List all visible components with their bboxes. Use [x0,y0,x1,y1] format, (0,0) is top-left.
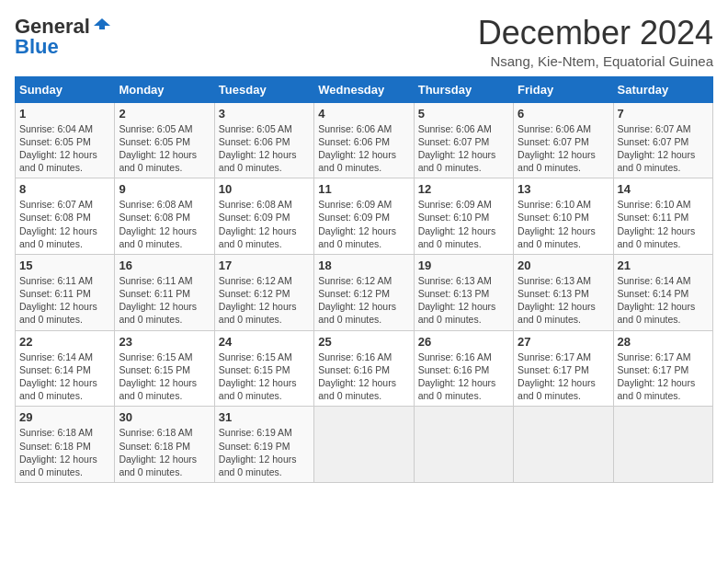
col-thursday: Thursday [414,76,513,102]
calendar-week-row: 8 Sunrise: 6:07 AMSunset: 6:08 PMDayligh… [16,178,713,255]
day-info: Sunrise: 6:06 AMSunset: 6:07 PMDaylight:… [418,122,509,175]
table-row: 7 Sunrise: 6:07 AMSunset: 6:07 PMDayligh… [613,102,712,178]
day-number: 11 [318,182,409,196]
day-info: Sunrise: 6:06 AMSunset: 6:07 PMDaylight:… [518,122,609,175]
day-number: 30 [119,410,210,424]
day-info: Sunrise: 6:07 AMSunset: 6:08 PMDaylight:… [19,198,110,250]
day-number: 9 [119,182,210,196]
calendar-week-row: 29 Sunrise: 6:18 AMSunset: 6:18 PMDaylig… [16,407,713,483]
col-sunday: Sunday [16,76,115,102]
logo: General Blue [15,15,112,59]
day-info: Sunrise: 6:15 AMSunset: 6:15 PMDaylight:… [119,350,210,403]
table-row: 3 Sunrise: 6:05 AMSunset: 6:06 PMDayligh… [214,102,313,178]
table-row: 10 Sunrise: 6:08 AMSunset: 6:09 PMDaylig… [214,178,313,255]
table-row: 4 Sunrise: 6:06 AMSunset: 6:06 PMDayligh… [314,102,414,178]
day-info: Sunrise: 6:19 AMSunset: 6:19 PMDaylight:… [219,426,310,478]
day-number: 6 [518,107,609,121]
table-row: 27 Sunrise: 6:17 AMSunset: 6:17 PMDaylig… [514,330,613,407]
day-info: Sunrise: 6:06 AMSunset: 6:06 PMDaylight:… [318,122,409,175]
day-info: Sunrise: 6:17 AMSunset: 6:17 PMDaylight:… [518,350,609,403]
day-info: Sunrise: 6:16 AMSunset: 6:16 PMDaylight:… [418,350,509,403]
table-row: 2 Sunrise: 6:05 AMSunset: 6:05 PMDayligh… [115,102,214,178]
day-info: Sunrise: 6:18 AMSunset: 6:18 PMDaylight:… [119,426,210,478]
day-info: Sunrise: 6:05 AMSunset: 6:06 PMDaylight:… [219,122,310,175]
day-info: Sunrise: 6:11 AMSunset: 6:11 PMDaylight:… [19,274,110,327]
day-number: 14 [618,182,709,196]
table-row: 15 Sunrise: 6:11 AMSunset: 6:11 PMDaylig… [16,254,115,330]
page-header: General Blue December 2024 Nsang, Kie-Nt… [15,15,713,69]
calendar-table: Sunday Monday Tuesday Wednesday Thursday… [15,76,713,483]
table-row [613,407,712,483]
month-title: December 2024 [478,15,713,52]
location: Nsang, Kie-Ntem, Equatorial Guinea [478,53,713,69]
table-row: 23 Sunrise: 6:15 AMSunset: 6:15 PMDaylig… [115,330,214,407]
day-info: Sunrise: 6:16 AMSunset: 6:16 PMDaylight:… [318,350,409,403]
table-row: 14 Sunrise: 6:10 AMSunset: 6:11 PMDaylig… [613,178,712,255]
col-saturday: Saturday [613,76,712,102]
day-info: Sunrise: 6:10 AMSunset: 6:10 PMDaylight:… [518,198,609,250]
calendar-week-row: 22 Sunrise: 6:14 AMSunset: 6:14 PMDaylig… [16,330,713,407]
day-number: 3 [219,107,310,121]
day-info: Sunrise: 6:14 AMSunset: 6:14 PMDaylight:… [618,274,709,327]
day-number: 4 [318,107,409,121]
day-number: 25 [318,335,409,349]
day-number: 29 [19,410,110,424]
table-row: 17 Sunrise: 6:12 AMSunset: 6:12 PMDaylig… [214,254,313,330]
col-wednesday: Wednesday [314,76,414,102]
day-number: 31 [219,410,310,424]
day-info: Sunrise: 6:08 AMSunset: 6:08 PMDaylight:… [119,198,210,250]
table-row: 6 Sunrise: 6:06 AMSunset: 6:07 PMDayligh… [514,102,613,178]
table-row: 26 Sunrise: 6:16 AMSunset: 6:16 PMDaylig… [414,330,513,407]
table-row: 28 Sunrise: 6:17 AMSunset: 6:17 PMDaylig… [613,330,712,407]
day-number: 21 [618,259,709,272]
day-number: 5 [418,107,509,121]
day-number: 23 [119,335,210,349]
day-info: Sunrise: 6:13 AMSunset: 6:13 PMDaylight:… [518,274,609,327]
day-number: 26 [418,335,509,349]
day-number: 20 [518,259,609,272]
day-number: 24 [219,335,310,349]
day-number: 17 [219,259,310,272]
day-number: 2 [119,107,210,121]
day-number: 13 [518,182,609,196]
svg-marker-0 [94,18,110,29]
logo-bird-icon [92,17,112,37]
day-info: Sunrise: 6:08 AMSunset: 6:09 PMDaylight:… [219,198,310,250]
table-row: 11 Sunrise: 6:09 AMSunset: 6:09 PMDaylig… [314,178,414,255]
calendar-week-row: 15 Sunrise: 6:11 AMSunset: 6:11 PMDaylig… [16,254,713,330]
day-info: Sunrise: 6:07 AMSunset: 6:07 PMDaylight:… [618,122,709,175]
col-monday: Monday [115,76,214,102]
table-row: 13 Sunrise: 6:10 AMSunset: 6:10 PMDaylig… [514,178,613,255]
table-row [314,407,414,483]
table-row: 5 Sunrise: 6:06 AMSunset: 6:07 PMDayligh… [414,102,513,178]
day-info: Sunrise: 6:15 AMSunset: 6:15 PMDaylight:… [219,350,310,403]
table-row: 18 Sunrise: 6:12 AMSunset: 6:12 PMDaylig… [314,254,414,330]
day-number: 7 [618,107,709,121]
day-info: Sunrise: 6:14 AMSunset: 6:14 PMDaylight:… [19,350,110,403]
table-row: 12 Sunrise: 6:09 AMSunset: 6:10 PMDaylig… [414,178,513,255]
day-info: Sunrise: 6:09 AMSunset: 6:10 PMDaylight:… [418,198,509,250]
table-row: 20 Sunrise: 6:13 AMSunset: 6:13 PMDaylig… [514,254,613,330]
col-tuesday: Tuesday [214,76,313,102]
table-row: 30 Sunrise: 6:18 AMSunset: 6:18 PMDaylig… [115,407,214,483]
calendar-week-row: 1 Sunrise: 6:04 AMSunset: 6:05 PMDayligh… [16,102,713,178]
logo-blue: Blue [15,35,59,59]
table-row: 8 Sunrise: 6:07 AMSunset: 6:08 PMDayligh… [16,178,115,255]
table-row: 19 Sunrise: 6:13 AMSunset: 6:13 PMDaylig… [414,254,513,330]
table-row: 16 Sunrise: 6:11 AMSunset: 6:11 PMDaylig… [115,254,214,330]
day-number: 10 [219,182,310,196]
day-number: 27 [518,335,609,349]
day-number: 16 [119,259,210,272]
day-info: Sunrise: 6:17 AMSunset: 6:17 PMDaylight:… [618,350,709,403]
day-info: Sunrise: 6:10 AMSunset: 6:11 PMDaylight:… [618,198,709,250]
day-info: Sunrise: 6:18 AMSunset: 6:18 PMDaylight:… [19,426,110,478]
day-number: 8 [19,182,110,196]
day-number: 19 [418,259,509,272]
table-row: 24 Sunrise: 6:15 AMSunset: 6:15 PMDaylig… [214,330,313,407]
table-row: 29 Sunrise: 6:18 AMSunset: 6:18 PMDaylig… [16,407,115,483]
table-row: 25 Sunrise: 6:16 AMSunset: 6:16 PMDaylig… [314,330,414,407]
table-row: 1 Sunrise: 6:04 AMSunset: 6:05 PMDayligh… [16,102,115,178]
day-number: 12 [418,182,509,196]
day-info: Sunrise: 6:11 AMSunset: 6:11 PMDaylight:… [119,274,210,327]
day-info: Sunrise: 6:13 AMSunset: 6:13 PMDaylight:… [418,274,509,327]
